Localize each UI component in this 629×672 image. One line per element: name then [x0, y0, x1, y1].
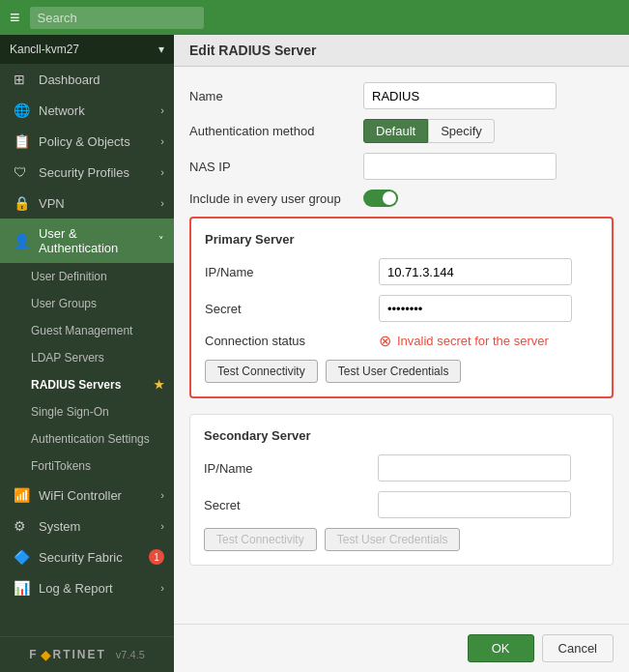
auth-specify-button[interactable]: Specify — [428, 119, 495, 143]
badge: 1 — [149, 549, 164, 565]
primary-test-credentials-button[interactable]: Test User Credentials — [326, 360, 462, 383]
connection-status: ⊗ Invalid secret for the server — [379, 332, 549, 350]
sidebar-sub-user-definition[interactable]: User Definition — [0, 263, 174, 290]
sidebar-item-vpn[interactable]: 🔒 VPN › — [0, 188, 174, 219]
device-name: Kancll-kvm27 — [10, 43, 79, 56]
chevron-right-icon: › — [160, 104, 164, 116]
sidebar-footer: F ◆ RTINET v7.4.5 — [0, 636, 174, 672]
secondary-test-connectivity-button[interactable]: Test Connectivity — [204, 528, 317, 551]
name-label: Name — [189, 89, 363, 103]
chevron-right-icon: › — [160, 166, 164, 178]
sub-item-label: Guest Management — [31, 324, 132, 337]
auth-default-button[interactable]: Default — [363, 119, 428, 143]
sidebar-item-label: Network — [39, 103, 85, 118]
primary-ip-input[interactable] — [379, 258, 572, 285]
search-input[interactable] — [30, 7, 204, 29]
main-layout: Kancll-kvm27 ▾ ⊞ Dashboard 🌐 Network › 📋… — [0, 35, 629, 672]
sidebar-sub-auth-settings[interactable]: Authentication Settings — [0, 425, 174, 453]
primary-secret-input[interactable] — [379, 295, 572, 322]
sidebar-sub-radius[interactable]: RADIUS Servers ★ — [0, 371, 174, 398]
sidebar-item-network[interactable]: 🌐 Network › — [0, 95, 174, 126]
primary-conn-status-label: Connection status — [205, 334, 379, 348]
error-icon: ⊗ — [379, 332, 391, 350]
chevron-right-icon: › — [160, 582, 164, 594]
top-bar: ≡ — [0, 0, 629, 35]
content-body: Name Authentication method Default Speci… — [174, 67, 629, 624]
fortinet-logo: F ◆ RTINET — [29, 647, 106, 662]
primary-ip-label: IP/Name — [205, 265, 379, 279]
sidebar-item-policy[interactable]: 📋 Policy & Objects › — [0, 126, 174, 157]
logo-icon: ◆ — [41, 647, 51, 662]
content-footer: OK Cancel — [174, 624, 629, 672]
chevron-right-icon: › — [160, 135, 164, 147]
secondary-secret-label: Secret — [204, 498, 378, 512]
menu-icon[interactable]: ≡ — [10, 8, 20, 28]
fabric-icon: 🔷 — [14, 549, 31, 565]
policy-icon: 📋 — [14, 133, 31, 149]
version-label: v7.4.5 — [116, 649, 145, 660]
sidebar-item-system[interactable]: ⚙ System › — [0, 511, 174, 541]
vpn-icon: 🔒 — [14, 195, 31, 211]
secondary-ip-input[interactable] — [378, 454, 571, 482]
auth-method-group: Default Specify — [363, 119, 495, 143]
content-header: Edit RADIUS Server — [174, 35, 629, 67]
sub-item-label: RADIUS Servers — [31, 378, 121, 392]
sidebar-item-label: Security Fabric — [39, 550, 123, 565]
system-icon: ⚙ — [14, 518, 31, 534]
sidebar-sub-guest-management[interactable]: Guest Management — [0, 317, 174, 344]
chevron-down-icon: ˅ — [158, 235, 164, 248]
auth-method-row: Authentication method Default Specify — [189, 119, 614, 143]
chevron-right-icon: › — [160, 197, 164, 209]
include-toggle[interactable] — [363, 190, 398, 207]
name-row: Name — [189, 82, 614, 109]
primary-server-section: Primary Server IP/Name Secret Connection… — [189, 217, 614, 398]
nas-ip-label: NAS IP — [189, 160, 363, 174]
wifi-icon: 📶 — [14, 487, 31, 503]
shield-icon: 🛡 — [14, 164, 31, 180]
sidebar-item-label: Log & Report — [39, 581, 113, 596]
sidebar-item-security-profiles[interactable]: 🛡 Security Profiles › — [0, 157, 174, 188]
user-icon: 👤 — [14, 233, 31, 248]
primary-test-connectivity-button[interactable]: Test Connectivity — [205, 360, 318, 383]
network-icon: 🌐 — [14, 102, 31, 118]
secondary-ip-label: IP/Name — [204, 461, 378, 476]
secondary-server-title: Secondary Server — [204, 428, 599, 443]
sidebar-item-dashboard[interactable]: ⊞ Dashboard — [0, 64, 174, 95]
name-input[interactable] — [363, 82, 557, 109]
secondary-secret-input[interactable] — [378, 491, 571, 518]
sidebar: Kancll-kvm27 ▾ ⊞ Dashboard 🌐 Network › 📋… — [0, 35, 174, 672]
sidebar-item-user-auth[interactable]: 👤 User & Authentication ˅ — [0, 219, 174, 263]
sidebar-item-security-fabric[interactable]: 🔷 Security Fabric 1 — [0, 541, 174, 572]
sidebar-sub-fortitokens[interactable]: FortiTokens — [0, 453, 174, 480]
sub-item-label: User Definition — [31, 270, 107, 283]
primary-secret-label: Secret — [205, 302, 379, 316]
include-label: Include in every user group — [189, 191, 363, 206]
sub-item-label: LDAP Servers — [31, 351, 104, 365]
sidebar-sub-user-groups[interactable]: User Groups — [0, 290, 174, 317]
logo-text2: RTINET — [53, 648, 106, 661]
page-title: Edit RADIUS Server — [189, 43, 316, 58]
cancel-button[interactable]: Cancel — [542, 634, 614, 662]
secondary-server-section: Secondary Server IP/Name Secret Test Con… — [189, 414, 614, 566]
auth-method-label: Authentication method — [189, 124, 363, 138]
sidebar-device[interactable]: Kancll-kvm27 ▾ — [0, 35, 174, 64]
ok-button[interactable]: OK — [468, 634, 534, 662]
nas-ip-row: NAS IP — [189, 153, 614, 180]
sub-item-label: Authentication Settings — [31, 432, 150, 446]
sub-item-label: User Groups — [31, 297, 97, 310]
secondary-secret-row: Secret — [204, 491, 599, 518]
sidebar-item-label: WiFi Controller — [39, 488, 122, 503]
sidebar-item-log-report[interactable]: 📊 Log & Report › — [0, 572, 174, 603]
sidebar-item-wifi[interactable]: 📶 WiFi Controller › — [0, 480, 174, 511]
primary-ip-row: IP/Name — [205, 258, 598, 285]
sidebar-item-label: VPN — [39, 196, 65, 211]
sidebar-item-label: Dashboard — [39, 73, 100, 87]
secondary-test-credentials-button[interactable]: Test User Credentials — [325, 528, 461, 551]
sidebar-sub-sso[interactable]: Single Sign-On — [0, 398, 174, 425]
content-area: Edit RADIUS Server Name Authentication m… — [174, 35, 629, 672]
chevron-right-icon: › — [160, 520, 164, 532]
logo-text: F — [29, 648, 38, 661]
nas-ip-input[interactable] — [363, 153, 557, 180]
sidebar-sub-ldap[interactable]: LDAP Servers — [0, 344, 174, 371]
sidebar-item-label: User & Authentication — [39, 226, 158, 255]
